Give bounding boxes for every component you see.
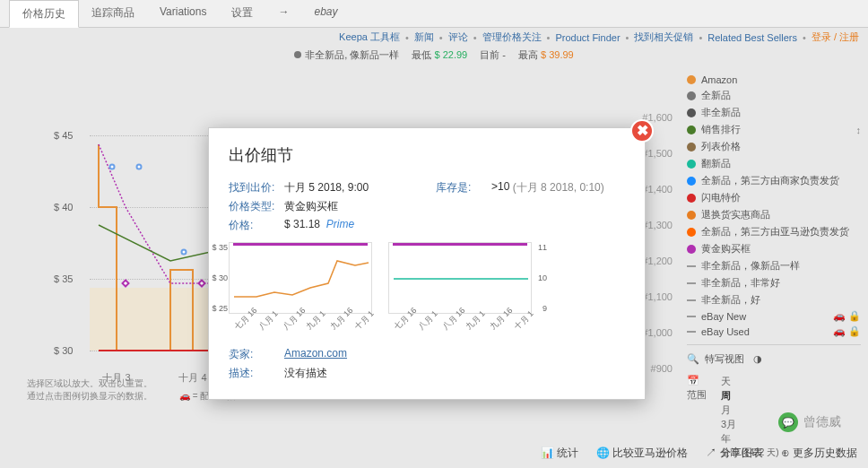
y-45: $ 45 <box>54 130 73 141</box>
legend-item[interactable]: 黄金购买框 <box>687 240 861 257</box>
tab-arrow: → <box>265 0 301 27</box>
keepa-toolbox[interactable]: Keepa 工具框 <box>339 30 400 44</box>
y-35: $ 35 <box>54 273 73 284</box>
r-1000: #1,000 <box>642 327 673 338</box>
legend: Amazon全新品非全新品销售排行↕列表价格翻新品全新品，第三方由商家负责发货闪… <box>680 64 868 468</box>
r-1200: #1,200 <box>642 256 673 266</box>
legend-item[interactable]: eBay New🚗 🔒 <box>687 308 861 324</box>
lnk-related[interactable]: 找到相关促销 <box>634 30 693 44</box>
lnk-finder[interactable]: Product Finder <box>555 32 620 43</box>
more-history-btn[interactable]: ⊕ 更多历史数据 <box>781 446 857 461</box>
share-btn[interactable]: ↗ 分享图表 <box>706 446 762 461</box>
close-icon[interactable]: ✖ <box>630 119 654 143</box>
legend-item[interactable]: 全新品 <box>687 87 861 104</box>
marker <box>109 164 116 170</box>
closeup-toggle[interactable]: 🔍 特写视图 ◑ <box>687 351 861 368</box>
seller-link[interactable]: Amazon.com <box>284 347 347 362</box>
lnk-manage[interactable]: 管理价格关注 <box>482 30 542 44</box>
mini-chart-2: 11109 <box>388 242 532 314</box>
y-30: $ 30 <box>54 345 73 356</box>
legend-item[interactable]: 全新品，第三方由商家负责发货 <box>687 172 861 189</box>
lnk-news[interactable]: 新闻 <box>414 30 434 44</box>
lnk-comments[interactable]: 评论 <box>448 30 468 44</box>
y-40: $ 40 <box>54 202 73 212</box>
mini-chart-1: $ 35$ 30$ 25 <box>229 242 372 314</box>
compare-btn[interactable]: 🌐 比较亚马逊价格 <box>596 446 688 461</box>
r-1500: #1,500 <box>642 148 673 159</box>
r-1400: #1,400 <box>642 184 673 195</box>
watermark: 💬 曾德威 <box>778 412 841 432</box>
tab-settings[interactable]: 设置 <box>219 0 265 27</box>
legend-item[interactable]: 非全新品 <box>687 104 861 121</box>
legend-item[interactable]: 非全新品，像新品一样 <box>687 257 861 274</box>
legend-item[interactable]: 非全新品，非常好 <box>687 274 861 291</box>
popup-title: 出价细节 <box>229 144 625 166</box>
calendar-icon: 📅 <box>687 375 714 386</box>
bottom-actions: 📊 统计 🌐 比较亚马逊价格 ↗ 分享图表 ⊕ 更多历史数据 <box>541 446 857 461</box>
r-900: #900 <box>651 363 673 374</box>
tab-variations[interactable]: Variations <box>147 0 219 27</box>
stats-btn[interactable]: 📊 统计 <box>541 446 578 461</box>
summary-bar: 非全新品, 像新品一样 最低 $ 22.99 目前 - 最高 $ 39.99 <box>0 47 868 64</box>
legend-item[interactable]: 列表价格 <box>687 138 861 155</box>
legend-item[interactable]: 非全新品，好 <box>687 291 861 308</box>
tab-ebay[interactable]: ebay <box>301 0 350 27</box>
tab-price-history[interactable]: 价格历史 <box>9 0 79 28</box>
lnk-bestsellers[interactable]: Related Best Sellers <box>707 32 797 43</box>
legend-item[interactable]: 翻新品 <box>687 155 861 172</box>
marker <box>181 249 187 256</box>
r-1100: #1,100 <box>642 291 673 302</box>
footnote: 选择区域以放大。双击以重置。 通过点击图例切换显示的数据。🚗 = 配送包括 <box>27 377 236 403</box>
toolbar: Keepa 工具框• 新闻• 评论• 管理价格关注• Product Finde… <box>0 28 868 47</box>
legend-item[interactable]: 销售排行↕ <box>687 121 861 138</box>
legend-item[interactable]: 闪电特价 <box>687 189 861 206</box>
login-link[interactable]: 登录 / 注册 <box>812 30 859 44</box>
legend-item[interactable]: 退换货实惠商品 <box>687 206 861 223</box>
range-label: 范围 <box>687 388 714 402</box>
legend-item[interactable]: 全新品，第三方由亚马逊负责发货 <box>687 223 861 240</box>
tabs: 价格历史 追踪商品 Variations 设置 → ebay <box>0 0 868 28</box>
r-1300: #1,300 <box>642 220 673 230</box>
legend-item[interactable]: eBay Used🚗 🔒 <box>687 324 861 339</box>
legend-item[interactable]: Amazon <box>687 73 861 87</box>
bid-detail-popup: ✖ 出价细节 找到出价:十月 5 2018, 9:00 价格类型:黄金购买框 价… <box>208 127 646 400</box>
marker <box>136 164 143 170</box>
tab-track[interactable]: 追踪商品 <box>79 0 147 27</box>
